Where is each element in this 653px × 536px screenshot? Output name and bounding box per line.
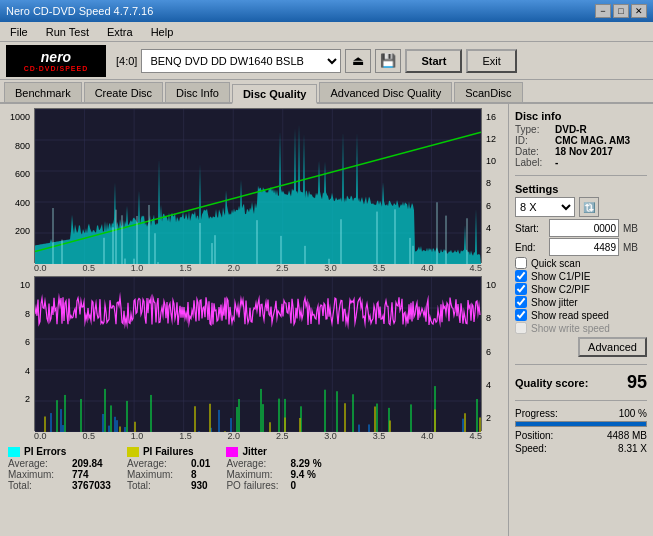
tab-disc-info[interactable]: Disc Info (165, 82, 230, 102)
pi-errors-avg-value: 209.84 (72, 458, 111, 469)
speed-selector[interactable]: 8 X 4 X 2 X 1 X MAX (515, 197, 575, 217)
menu-file[interactable]: File (4, 24, 34, 40)
top-chart-y-left: 1000800600400200 (4, 112, 32, 255)
tab-create-disc[interactable]: Create Disc (84, 82, 163, 102)
show-write-speed-label: Show write speed (531, 323, 610, 334)
show-write-speed-checkbox (515, 322, 527, 334)
exit-button[interactable]: Exit (466, 49, 516, 73)
jitter-title: Jitter (242, 446, 266, 457)
drive-selector[interactable]: BENQ DVD DD DW1640 BSLB (141, 49, 341, 73)
disc-date-label: Date: (515, 146, 551, 157)
legend-jitter: Jitter Average: 8.29 % Maximum: 9.4 % PO… (226, 446, 321, 491)
jitter-data: Average: 8.29 % Maximum: 9.4 % PO failur… (226, 458, 321, 491)
show-read-speed-row: Show read speed (515, 309, 647, 321)
quick-scan-row: Quick scan (515, 257, 647, 269)
start-field-input[interactable] (549, 219, 619, 237)
pi-errors-avg-label: Average: (8, 458, 68, 469)
pi-errors-max-label: Maximum: (8, 469, 68, 480)
legend-pi-failures-header: PI Failures (127, 446, 210, 457)
menu-help[interactable]: Help (145, 24, 180, 40)
titlebar: Nero CD-DVD Speed 4.7.7.16 − □ ✕ (0, 0, 653, 22)
start-button[interactable]: Start (405, 49, 462, 73)
speed-value: 8.31 X (618, 443, 647, 454)
speed-row-progress: Speed: 8.31 X (515, 443, 647, 454)
minimize-button[interactable]: − (595, 4, 611, 18)
bottom-chart (34, 276, 482, 431)
divider-1 (515, 175, 647, 176)
top-chart-y-right: 1612108642 (484, 112, 504, 255)
disc-id-value: CMC MAG. AM3 (555, 135, 630, 146)
disc-date-value: 18 Nov 2017 (555, 146, 613, 157)
eject-icon-button[interactable]: ⏏ (345, 49, 371, 73)
tab-benchmark[interactable]: Benchmark (4, 82, 82, 102)
show-c2pif-row: Show C2/PIF (515, 283, 647, 295)
top-chart-wrapper: 1000800600400200 1612108642 0.00.51.01.5… (4, 108, 504, 273)
start-field-row: Start: MB (515, 219, 647, 237)
maximize-button[interactable]: □ (613, 4, 629, 18)
tab-disc-quality[interactable]: Disc Quality (232, 84, 318, 104)
logo-nero-text: nero (41, 49, 71, 65)
progress-label: Progress: (515, 408, 558, 419)
quality-score-row: Quality score: 95 (515, 372, 647, 393)
bottom-chart-wrapper: 108642 108642 0.00.51.01.52.02.53.03.54.… (4, 276, 504, 441)
top-chart-x-axis: 0.00.51.01.52.02.53.03.54.04.5 (34, 263, 482, 273)
disc-type-value: DVD-R (555, 124, 587, 135)
disc-info-section: Disc info Type: DVD-R ID: CMC MAG. AM3 D… (515, 110, 647, 168)
disc-type-label: Type: (515, 124, 551, 135)
jitter-avg-value: 8.29 % (290, 458, 321, 469)
pi-failures-data: Average: 0.01 Maximum: 8 Total: 930 (127, 458, 210, 491)
progress-bar-fill (516, 422, 646, 426)
show-jitter-checkbox[interactable] (515, 296, 527, 308)
bottom-chart-x-axis: 0.00.51.01.52.02.53.03.54.04.5 (34, 431, 482, 441)
quick-scan-checkbox[interactable] (515, 257, 527, 269)
disc-date-row: Date: 18 Nov 2017 (515, 146, 647, 157)
show-read-speed-checkbox[interactable] (515, 309, 527, 321)
settings-title: Settings (515, 183, 647, 195)
show-c1pie-label: Show C1/PIE (531, 271, 590, 282)
pi-failures-avg-value: 0.01 (191, 458, 210, 469)
titlebar-controls: − □ ✕ (595, 4, 647, 18)
pi-failures-color-swatch (127, 447, 139, 457)
menu-extra[interactable]: Extra (101, 24, 139, 40)
quick-scan-label: Quick scan (531, 258, 580, 269)
pi-errors-total-label: Total: (8, 480, 68, 491)
position-row: Position: 4488 MB (515, 430, 647, 441)
settings-section: Settings 8 X 4 X 2 X 1 X MAX 🔃 Start: MB… (515, 183, 647, 357)
bottom-chart-y-right: 108642 (484, 280, 504, 423)
close-button[interactable]: ✕ (631, 4, 647, 18)
jitter-color-swatch (226, 447, 238, 457)
divider-3 (515, 400, 647, 401)
pi-failures-avg-label: Average: (127, 458, 187, 469)
end-field-label: End: (515, 242, 545, 253)
disc-label-value: - (555, 157, 558, 168)
titlebar-title: Nero CD-DVD Speed 4.7.7.16 (6, 5, 153, 17)
end-field-input[interactable] (549, 238, 619, 256)
end-field-row: End: MB (515, 238, 647, 256)
progress-row: Progress: 100 % (515, 408, 647, 419)
show-c2pif-label: Show C2/PIF (531, 284, 590, 295)
right-panel: Disc info Type: DVD-R ID: CMC MAG. AM3 D… (508, 104, 653, 536)
pi-errors-max-value: 774 (72, 469, 111, 480)
logo: nero CD·DVD/SPEED (6, 45, 106, 77)
advanced-button[interactable]: Advanced (578, 337, 647, 357)
settings-icon-button[interactable]: 🔃 (579, 197, 599, 217)
show-c1pie-checkbox[interactable] (515, 270, 527, 282)
show-read-speed-label: Show read speed (531, 310, 609, 321)
progress-bar (515, 421, 647, 427)
show-c1pie-row: Show C1/PIE (515, 270, 647, 282)
tab-advanced-disc-quality[interactable]: Advanced Disc Quality (319, 82, 452, 102)
show-write-speed-row: Show write speed (515, 322, 647, 334)
jitter-avg-label: Average: (226, 458, 286, 469)
pi-errors-total-value: 3767033 (72, 480, 111, 491)
disc-type-row: Type: DVD-R (515, 124, 647, 135)
save-icon-button[interactable]: 💾 (375, 49, 401, 73)
quality-score-value: 95 (627, 372, 647, 393)
tab-scandisc[interactable]: ScanDisc (454, 82, 522, 102)
show-c2pif-checkbox[interactable] (515, 283, 527, 295)
speed-row: 8 X 4 X 2 X 1 X MAX 🔃 (515, 197, 647, 217)
menu-run-test[interactable]: Run Test (40, 24, 95, 40)
disc-id-row: ID: CMC MAG. AM3 (515, 135, 647, 146)
start-field-label: Start: (515, 223, 545, 234)
legend-pi-errors: PI Errors Average: 209.84 Maximum: 774 T… (8, 446, 111, 491)
main-content: 1000800600400200 1612108642 0.00.51.01.5… (0, 104, 653, 536)
